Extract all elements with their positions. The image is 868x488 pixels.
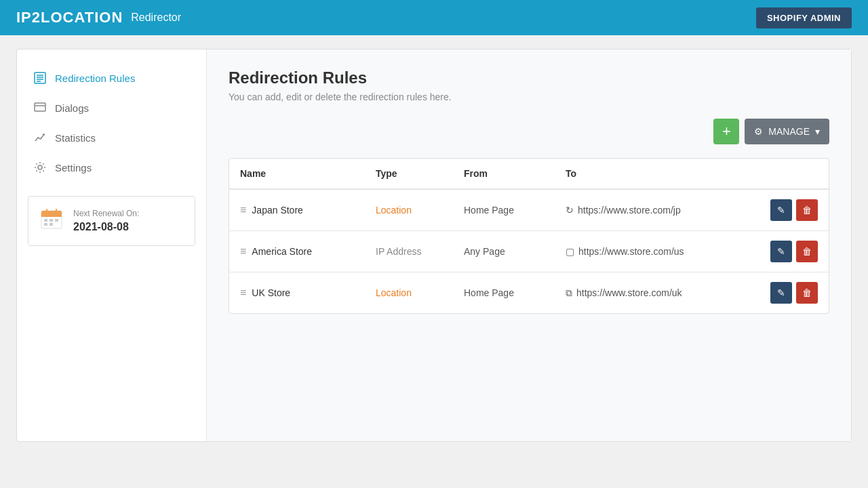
- statistics-icon: [33, 131, 47, 144]
- table-body: ≡ Japan Store Location Home Page ↻ https…: [229, 189, 829, 313]
- to-url-2: https://www.store.com/uk: [576, 287, 682, 298]
- cell-from-0: Home Page: [453, 189, 555, 231]
- page-description: You can add, edit or delete the redirect…: [229, 92, 829, 102]
- table-header: Name Type From To: [229, 159, 829, 189]
- from-value-2: Home Page: [464, 287, 514, 298]
- cell-to-2: ⧉ https://www.store.com/uk: [555, 272, 760, 314]
- delete-button-1[interactable]: 🗑: [796, 241, 818, 262]
- svg-rect-15: [55, 219, 58, 222]
- app-logo: IP2LOCATION: [16, 9, 123, 26]
- drag-handle-1: ≡: [240, 245, 246, 258]
- rules-table: Name Type From To ≡ Japan Store: [229, 159, 829, 313]
- cell-from-1: Any Page: [453, 231, 555, 272]
- svg-rect-10: [41, 214, 62, 217]
- to-url-0: https://www.store.com/jp: [578, 205, 681, 216]
- sidebar-label-redirection-rules: Redirection Rules: [55, 73, 135, 84]
- to-icon-1: ▢: [566, 246, 574, 257]
- dialogs-icon: [33, 101, 47, 115]
- shopify-admin-button[interactable]: SHOPIFY ADMIN: [756, 7, 852, 28]
- list-icon: [33, 71, 47, 85]
- renewal-label: Next Renewal On:: [73, 209, 139, 218]
- col-header-to: To: [555, 159, 760, 189]
- type-value-2: Location: [376, 287, 412, 298]
- rules-table-container: Name Type From To ≡ Japan Store: [229, 158, 829, 314]
- edit-button-1[interactable]: ✎: [770, 241, 792, 262]
- svg-rect-16: [44, 223, 47, 226]
- delete-button-0[interactable]: 🗑: [796, 199, 818, 221]
- type-value-0: Location: [376, 205, 412, 216]
- calendar-icon: [39, 207, 64, 235]
- cell-actions-0: ✎ 🗑: [760, 189, 829, 231]
- sidebar-item-settings[interactable]: Settings: [17, 152, 206, 182]
- from-value-0: Home Page: [464, 205, 514, 216]
- gear-icon: ⚙: [754, 126, 763, 137]
- cell-actions-2: ✎ 🗑: [760, 272, 829, 314]
- sidebar-item-statistics[interactable]: Statistics: [17, 123, 206, 152]
- main-container: Redirection Rules Dialogs: [0, 35, 868, 488]
- svg-rect-17: [50, 223, 53, 226]
- col-header-actions: [760, 159, 829, 189]
- app-header: IP2LOCATION Redirector SHOPIFY ADMIN: [0, 0, 868, 35]
- edit-button-2[interactable]: ✎: [770, 282, 792, 304]
- action-bar: + ⚙ MANAGE ▾: [229, 119, 829, 144]
- from-value-1: Any Page: [464, 246, 505, 257]
- drag-handle-0: ≡: [240, 204, 246, 216]
- brand-container: IP2LOCATION Redirector: [16, 9, 181, 26]
- svg-rect-14: [50, 219, 53, 222]
- cell-type-1: IP Address: [365, 231, 453, 272]
- chevron-down-icon: ▾: [815, 126, 820, 137]
- sidebar-label-statistics: Statistics: [55, 132, 96, 144]
- type-value-1: IP Address: [376, 246, 421, 257]
- store-name-0: Japan Store: [252, 205, 303, 216]
- cell-name-2: ≡ UK Store: [229, 272, 365, 314]
- to-url-1: https://www.store.com/us: [578, 246, 684, 257]
- sidebar-item-dialogs[interactable]: Dialogs: [17, 93, 206, 123]
- sidebar-label-settings: Settings: [55, 162, 92, 174]
- drag-handle-2: ≡: [240, 287, 246, 299]
- renewal-card: Next Renewal On: 2021-08-08: [28, 196, 195, 246]
- cell-name-0: ≡ Japan Store: [229, 189, 365, 231]
- sidebar-item-redirection-rules[interactable]: Redirection Rules: [17, 63, 206, 93]
- col-header-from: From: [453, 159, 555, 189]
- app-subtitle: Redirector: [131, 12, 181, 24]
- cell-from-2: Home Page: [453, 272, 555, 314]
- cell-type-2: Location: [365, 272, 453, 314]
- table-row: ≡ UK Store Location Home Page ⧉ https://…: [229, 272, 829, 314]
- cell-to-1: ▢ https://www.store.com/us: [555, 231, 760, 272]
- renewal-info: Next Renewal On: 2021-08-08: [73, 209, 139, 233]
- content-area: Redirection Rules You can add, edit or d…: [207, 49, 851, 441]
- cell-to-0: ↻ https://www.store.com/jp: [555, 189, 760, 231]
- col-header-type: Type: [365, 159, 453, 189]
- store-name-2: UK Store: [252, 287, 290, 298]
- table-row: ≡ Japan Store Location Home Page ↻ https…: [229, 189, 829, 231]
- to-icon-2: ⧉: [566, 287, 572, 299]
- col-header-name: Name: [229, 159, 365, 189]
- renewal-date: 2021-08-08: [73, 221, 139, 233]
- edit-button-0[interactable]: ✎: [770, 199, 792, 221]
- sidebar-label-dialogs: Dialogs: [55, 102, 89, 114]
- cell-type-0: Location: [365, 189, 453, 231]
- delete-button-2[interactable]: 🗑: [796, 282, 818, 304]
- settings-icon: [33, 161, 47, 174]
- main-card: Redirection Rules Dialogs: [16, 49, 852, 442]
- svg-rect-5: [35, 103, 45, 111]
- cell-name-1: ≡ America Store: [229, 231, 365, 272]
- add-rule-button[interactable]: +: [713, 119, 739, 144]
- table-row: ≡ America Store IP Address Any Page ▢ ht…: [229, 231, 829, 272]
- manage-button[interactable]: ⚙ MANAGE ▾: [745, 119, 829, 144]
- page-title: Redirection Rules: [229, 68, 829, 87]
- to-icon-0: ↻: [566, 205, 574, 216]
- svg-rect-13: [44, 219, 47, 222]
- sidebar: Redirection Rules Dialogs: [17, 49, 207, 441]
- cell-actions-1: ✎ 🗑: [760, 231, 829, 272]
- svg-point-7: [38, 165, 42, 169]
- store-name-1: America Store: [252, 246, 312, 257]
